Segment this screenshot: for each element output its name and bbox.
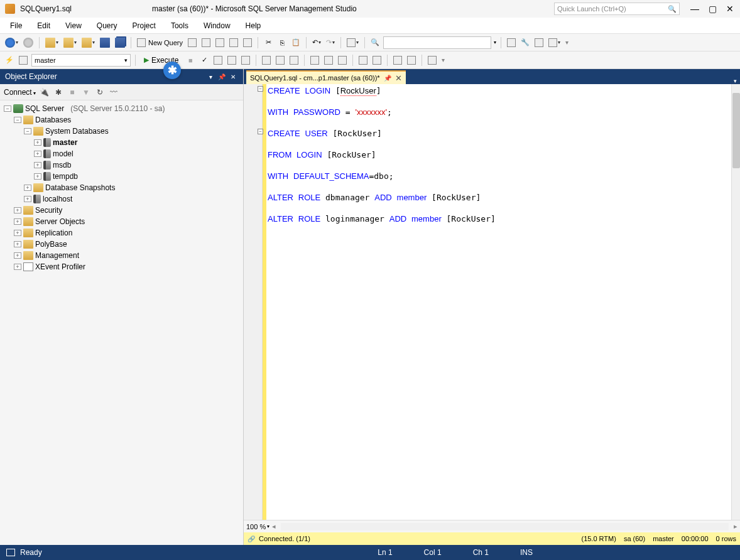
oe-pin-button[interactable]: 📌 bbox=[217, 72, 227, 81]
tree-management[interactable]: +Management bbox=[0, 250, 243, 261]
outdent-button[interactable] bbox=[406, 54, 417, 67]
zoom-combo[interactable]: 100 % ▾ bbox=[246, 523, 269, 530]
refresh-button[interactable]: ↻ bbox=[95, 87, 105, 97]
tab-list-dropdown[interactable]: ▾ bbox=[730, 78, 740, 84]
save-button[interactable] bbox=[99, 36, 111, 49]
find-button[interactable]: 🔍 bbox=[369, 36, 381, 49]
code-content[interactable]: CREATE LOGIN [RockUser] WITH PASSWORD = … bbox=[266, 84, 731, 520]
new-query-button[interactable]: New Query bbox=[136, 36, 184, 49]
tree-polybase[interactable]: +PolyBase bbox=[0, 239, 243, 250]
tree-db-msdb[interactable]: +msdb bbox=[0, 159, 243, 171]
intellisense-button[interactable] bbox=[240, 54, 251, 67]
object-explorer-tree[interactable]: −SQL Server(SQL Server 15.0.2110 - sa) −… bbox=[0, 100, 243, 545]
paste-button[interactable]: 📋 bbox=[290, 36, 302, 49]
parse-button[interactable]: ✓ bbox=[199, 54, 210, 67]
new-project-button[interactable]: ▾ bbox=[44, 36, 60, 49]
pin-icon[interactable]: 📌 bbox=[384, 75, 391, 82]
oe-dropdown-button[interactable]: ▾ bbox=[205, 72, 215, 81]
menu-file[interactable]: File bbox=[3, 19, 30, 33]
oe-close-button[interactable]: ✕ bbox=[228, 72, 238, 81]
window-layout-button[interactable]: ▾ bbox=[547, 36, 562, 49]
close-button[interactable]: ✕ bbox=[725, 4, 735, 14]
xmla-query-button[interactable] bbox=[228, 36, 239, 49]
tree-localhost[interactable]: +localhost bbox=[0, 193, 243, 205]
document-tab[interactable]: SQLQuery1.sql - cm...p1.master (sa (60))… bbox=[246, 70, 406, 84]
uncomment-button[interactable] bbox=[371, 54, 383, 67]
quick-launch-input[interactable]: Quick Launch (Ctrl+Q) 🔍 bbox=[554, 3, 680, 15]
activity-button[interactable]: 〰 bbox=[109, 87, 119, 97]
mdx-query-button[interactable] bbox=[200, 36, 212, 49]
redo-button[interactable]: ↷▾ bbox=[325, 36, 336, 49]
tree-databases[interactable]: −Databases bbox=[0, 114, 243, 126]
plan-icon bbox=[214, 56, 222, 65]
nav-forward-button[interactable] bbox=[22, 36, 35, 49]
client-stats-button[interactable] bbox=[288, 54, 300, 67]
undo-button[interactable]: ↶▾ bbox=[311, 36, 322, 49]
tree-snapshots[interactable]: +Database Snapshots bbox=[0, 182, 243, 193]
maximize-button[interactable]: ▢ bbox=[707, 4, 717, 14]
database-combo[interactable]: master ▾ bbox=[31, 54, 131, 67]
copy-button[interactable]: ⎘ bbox=[276, 36, 288, 49]
available-db-button[interactable] bbox=[18, 54, 29, 67]
disconnect-button[interactable]: ✱ bbox=[53, 87, 63, 97]
open-file-button[interactable]: ▾ bbox=[62, 36, 78, 49]
menu-window[interactable]: Window bbox=[196, 19, 238, 33]
minimize-button[interactable]: — bbox=[690, 4, 700, 14]
activity-monitor-button[interactable] bbox=[506, 36, 517, 49]
query-options-button[interactable] bbox=[226, 54, 237, 67]
db-engine-query-button[interactable] bbox=[187, 36, 198, 49]
tree-xevent[interactable]: +XEvent Profiler bbox=[0, 261, 243, 272]
tree-db-tempdb[interactable]: +tempdb bbox=[0, 171, 243, 182]
tree-db-model[interactable]: +model bbox=[0, 148, 243, 159]
scroll-thumb[interactable] bbox=[732, 93, 740, 168]
connect-button[interactable]: Connect ▾ bbox=[4, 88, 36, 97]
horizontal-scrollbar[interactable] bbox=[281, 523, 729, 530]
tree-db-master[interactable]: +master bbox=[0, 137, 243, 148]
menu-tools[interactable]: Tools bbox=[163, 19, 196, 33]
code-editor[interactable]: − − CREATE LOGIN [RockUser] WITH PASSWOR… bbox=[244, 84, 740, 520]
include-plan-button[interactable] bbox=[261, 54, 272, 67]
tree-replication[interactable]: +Replication bbox=[0, 227, 243, 239]
tree-system-databases[interactable]: −System Databases bbox=[0, 126, 243, 137]
display-plan-button[interactable] bbox=[212, 54, 224, 67]
change-connection-button[interactable]: ⚡ bbox=[4, 54, 15, 67]
find-combo[interactable] bbox=[383, 36, 491, 49]
tree-security[interactable]: +Security bbox=[0, 205, 243, 216]
stop-oe-button[interactable]: ■ bbox=[67, 87, 77, 97]
connect-oe-button[interactable]: 🔌 bbox=[40, 87, 50, 97]
tree-server-objects[interactable]: +Server Objects bbox=[0, 216, 243, 227]
comment-button[interactable] bbox=[357, 54, 369, 67]
toolbox-button[interactable] bbox=[533, 36, 545, 49]
fold-toggle[interactable]: − bbox=[258, 129, 263, 134]
menu-help[interactable]: Help bbox=[238, 19, 269, 33]
stop-button[interactable]: ■ bbox=[185, 54, 196, 67]
menu-project[interactable]: Project bbox=[125, 19, 163, 33]
results-grid-button[interactable] bbox=[323, 54, 334, 67]
results-text-button[interactable] bbox=[309, 54, 320, 67]
results-file-button[interactable] bbox=[337, 54, 348, 67]
tab-label: SQLQuery1.sql - cm...p1.master (sa (60))… bbox=[250, 74, 380, 82]
tool-wrench-button[interactable]: 🔧 bbox=[520, 36, 531, 49]
specify-values-button[interactable] bbox=[427, 54, 438, 67]
dax-query-button[interactable] bbox=[242, 36, 253, 49]
tab-close-button[interactable]: ✕ bbox=[395, 73, 402, 83]
live-stats-button[interactable] bbox=[275, 54, 286, 67]
menu-view[interactable]: View bbox=[58, 19, 89, 33]
tree-server[interactable]: −SQL Server(SQL Server 15.0.2110 - sa) bbox=[0, 103, 243, 114]
add-button[interactable]: ▾ bbox=[80, 36, 96, 49]
filter-button[interactable]: ▼ bbox=[81, 87, 91, 97]
indent-button[interactable] bbox=[392, 54, 403, 67]
save-all-icon bbox=[115, 38, 125, 48]
menu-edit[interactable]: Edit bbox=[30, 19, 58, 33]
fold-toggle[interactable]: − bbox=[258, 86, 263, 92]
cut-button[interactable]: ✂ bbox=[263, 36, 274, 49]
notification-badge[interactable]: ✱ bbox=[163, 62, 181, 79]
include-plan-icon bbox=[262, 56, 271, 65]
back-icon bbox=[5, 38, 15, 48]
nav-back-button[interactable]: ▾ bbox=[4, 36, 19, 49]
save-all-button[interactable] bbox=[114, 36, 126, 49]
menu-query[interactable]: Query bbox=[89, 19, 125, 33]
vertical-scrollbar[interactable] bbox=[731, 84, 740, 520]
dmx-query-button[interactable] bbox=[214, 36, 226, 49]
properties-button[interactable]: ▾ bbox=[346, 36, 360, 49]
